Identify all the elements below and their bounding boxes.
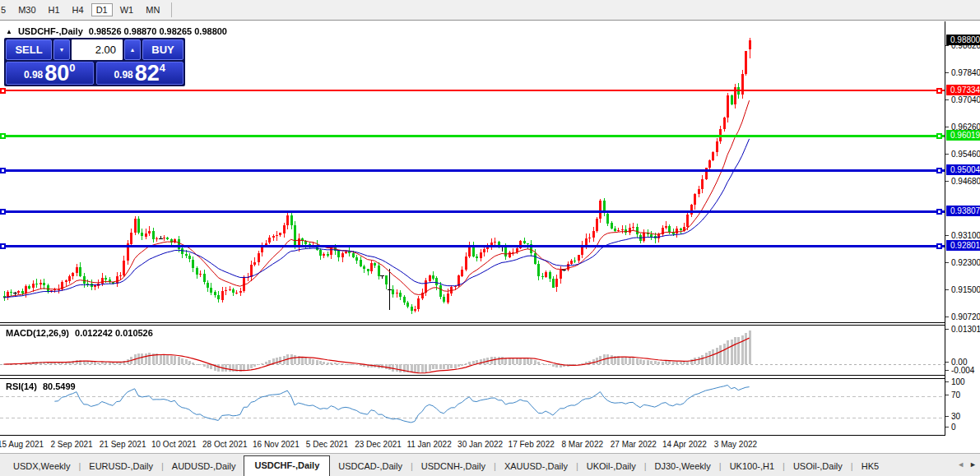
price-badge-0.97334: 0.97334 bbox=[946, 85, 980, 95]
tab-eurusd-daily[interactable]: EURUSD-,Daily bbox=[81, 458, 161, 476]
date-tick-label: 10 Oct 2021 bbox=[151, 440, 196, 449]
tab-uk100-h1[interactable]: UK100-,H1 bbox=[722, 458, 783, 476]
timeframe-button-D1[interactable]: D1 bbox=[91, 3, 113, 16]
sell-price-pip: 0 bbox=[69, 62, 75, 74]
price-tick-label: 0.92300 bbox=[945, 258, 980, 268]
rsi-value: 80.5499 bbox=[43, 381, 76, 391]
volume-input[interactable]: 2.00 bbox=[72, 39, 123, 60]
price-badge-0.93807: 0.93807 bbox=[946, 206, 980, 216]
date-tick-label: 27 Mar 2022 bbox=[611, 440, 657, 449]
rsi-tick-label: 70 bbox=[945, 391, 960, 400]
rsi-tick-label: 0 bbox=[945, 423, 956, 432]
sell-button[interactable]: SELL bbox=[6, 39, 52, 60]
date-tick-label: 14 Apr 2022 bbox=[662, 440, 707, 449]
timeframe-toolbar: 5M30H1H4D1W1MN bbox=[0, 0, 980, 21]
buy-price-prefix: 0.98 bbox=[114, 69, 132, 84]
ohlc-readout: 0.98526 0.98870 0.98265 0.98800 bbox=[89, 26, 227, 36]
price-axis[interactable]: 0.986200.978400.970400.962600.954600.946… bbox=[945, 21, 980, 436]
date-tick-label: 8 Mar 2022 bbox=[561, 440, 603, 449]
macd-tick-label: -0.004 bbox=[945, 366, 974, 376]
date-tick-label: 23 Dec 2021 bbox=[355, 440, 402, 449]
date-tick-label: 11 Jan 2022 bbox=[406, 440, 451, 449]
tab-usdx-weekly[interactable]: USDX,Weekly bbox=[5, 458, 78, 476]
tab-xauusd-daily[interactable]: XAUUSD-,Daily bbox=[496, 458, 576, 476]
price-tick-label: 0.93100 bbox=[945, 231, 980, 241]
date-tick-label: 15 Aug 2021 bbox=[0, 440, 44, 449]
one-click-trade-panel: SELL ▼ 2.00 ▲ BUY 0.98 80 0 0.98 82 4 bbox=[4, 38, 185, 86]
date-axis[interactable]: 15 Aug 20212 Sep 202121 Sep 202110 Oct 2… bbox=[0, 436, 945, 452]
tab-usdchf-daily[interactable]: USDCHF-,Daily bbox=[244, 455, 330, 476]
macd-indicator-panel: MACD(12,26,9) 0.012242 0.010526 bbox=[0, 325, 945, 376]
price-badge-0.92801: 0.92801 bbox=[946, 240, 980, 251]
tab-scroll-right-icon[interactable]: ► bbox=[969, 460, 977, 469]
tab-ukoil-daily[interactable]: UKOil-,Daily bbox=[578, 458, 644, 476]
buy-price-pip: 4 bbox=[160, 62, 165, 74]
price-tick-label: 0.95460 bbox=[945, 150, 980, 159]
date-tick-label: 3 May 2022 bbox=[714, 440, 757, 449]
price-badge-0.96019: 0.96019 bbox=[946, 130, 980, 141]
macd-title: MACD(12,26,9) 0.012242 0.010526 bbox=[6, 328, 153, 338]
date-tick-label: 17 Feb 2022 bbox=[509, 440, 555, 449]
rsi-name: RSI(14) bbox=[6, 381, 37, 391]
timeframe-button-MN[interactable]: MN bbox=[141, 3, 165, 16]
timeframe-button-H1[interactable]: H1 bbox=[44, 3, 65, 16]
date-tick-label: 2 Sep 2021 bbox=[50, 440, 92, 449]
rsi-canvas bbox=[0, 379, 945, 435]
price-tick-label: 0.91500 bbox=[945, 285, 980, 295]
toolbar-separator bbox=[171, 2, 172, 17]
buy-button[interactable]: BUY bbox=[142, 39, 183, 60]
rsi-indicator-panel: RSI(14) 80.5499 bbox=[0, 378, 945, 436]
chart-title: ▲ USDCHF-,Daily 0.98526 0.98870 0.98265 … bbox=[6, 26, 227, 36]
timeframe-button-H4[interactable]: H4 bbox=[67, 3, 89, 16]
tab-scroll-arrows: ◄► bbox=[957, 460, 977, 469]
sell-price-display[interactable]: 0.98 80 0 bbox=[6, 62, 94, 85]
volume-increase-button[interactable]: ▲ bbox=[124, 39, 141, 60]
tab-usdcad-daily[interactable]: USDCAD-,Daily bbox=[330, 458, 411, 476]
symbol-period-label: USDCHF-,Daily bbox=[18, 26, 83, 36]
price-tick-label: 0.97840 bbox=[945, 68, 980, 78]
timeframe-button-W1[interactable]: W1 bbox=[115, 3, 139, 16]
date-tick-label: 30 Jan 2022 bbox=[457, 440, 503, 449]
price-tick-label: 0.90720 bbox=[945, 312, 980, 322]
tab-usoil-daily[interactable]: USOil-,Daily bbox=[785, 458, 851, 476]
rsi-title: RSI(14) 80.5499 bbox=[6, 381, 76, 391]
price-tick-label: 0.97040 bbox=[945, 95, 980, 105]
buy-price-big: 82 bbox=[135, 62, 160, 84]
buy-price-display[interactable]: 0.98 82 4 bbox=[96, 62, 184, 85]
sell-price-big: 80 bbox=[44, 62, 69, 84]
price-badge-0.98800: 0.98800 bbox=[946, 35, 980, 45]
price-tick-label: 0.94680 bbox=[945, 177, 980, 187]
macd-name: MACD(12,26,9) bbox=[6, 328, 69, 338]
macd-values: 0.012242 0.010526 bbox=[75, 328, 153, 338]
timeframe-button-5[interactable]: 5 bbox=[0, 3, 11, 16]
tab-hk5[interactable]: HK5 bbox=[853, 458, 887, 476]
rsi-tick-label: 100 bbox=[945, 377, 965, 387]
date-tick-label: 28 Oct 2021 bbox=[202, 440, 247, 449]
date-tick-label: 5 Dec 2021 bbox=[306, 440, 348, 449]
volume-decrease-button[interactable]: ▼ bbox=[53, 39, 70, 60]
tab-audusd-daily[interactable]: AUDUSD-,Daily bbox=[164, 458, 244, 476]
main-chart-panel: ▲ USDCHF-,Daily 0.98526 0.98870 0.98265 … bbox=[0, 21, 945, 323]
chart-tab-bar: USDX,Weekly|EURUSD-,Daily|AUDUSD-,DailyU… bbox=[0, 453, 980, 476]
price-badge-0.95004: 0.95004 bbox=[946, 164, 980, 175]
date-tick-label: 16 Nov 2021 bbox=[253, 440, 300, 449]
rsi-tick-label: 30 bbox=[945, 412, 960, 422]
timeframe-button-M30[interactable]: M30 bbox=[13, 3, 40, 16]
collapse-panel-icon[interactable]: ▲ bbox=[6, 28, 12, 35]
macd-tick-label: 0.013015 bbox=[945, 325, 980, 335]
date-tick-label: 21 Sep 2021 bbox=[100, 440, 146, 449]
tab-dj30-weekly[interactable]: DJ30-,Weekly bbox=[647, 458, 719, 476]
tab-scroll-left-icon[interactable]: ◄ bbox=[957, 460, 964, 469]
sell-price-prefix: 0.98 bbox=[24, 69, 43, 84]
tab-usdcnh-daily[interactable]: USDCNH-,Daily bbox=[413, 458, 494, 476]
